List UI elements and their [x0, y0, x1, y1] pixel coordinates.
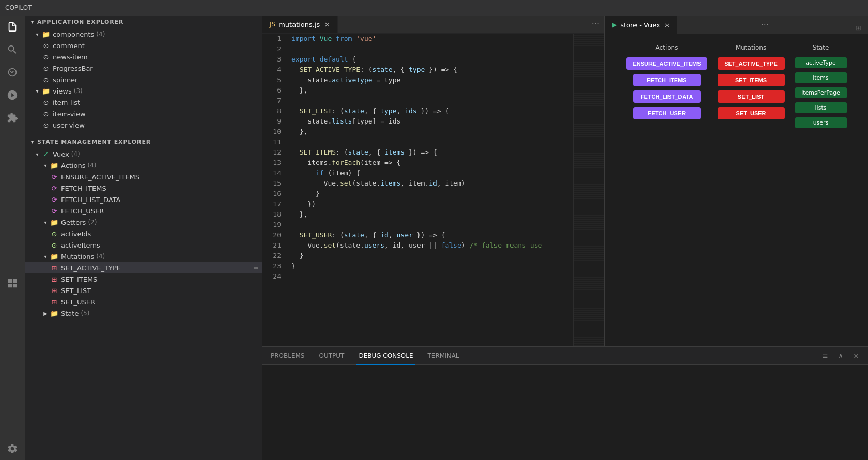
actions-folder[interactable]: ▾ 📁 Actions (4) — [25, 160, 262, 171]
extensions-icon[interactable] — [5, 111, 20, 125]
output-tab[interactable]: OUTPUT — [317, 347, 347, 365]
mutation-set-active-type-label: SET_ACTIVE_TYPE — [61, 264, 121, 272]
bottom-content — [262, 365, 868, 460]
layout-icon[interactable]: ⊞ — [853, 22, 864, 34]
mutation-set-user[interactable]: ⊞ SET_USER — [25, 296, 262, 308]
mutation-set-user-label: SET_USER — [61, 298, 95, 306]
mutations-label: Mutations — [61, 253, 94, 260]
state-users: users — [795, 117, 847, 128]
action-ensure-label: ENSURE_ACTIVE_ITEMS — [61, 173, 140, 181]
getters-label: Getters — [61, 219, 86, 226]
mutation-set-items[interactable]: ⊞ SET_ITEMS — [25, 273, 262, 285]
right-panel-more[interactable]: ··· — [756, 16, 774, 34]
debug-console-label: DEBUG CONSOLE — [359, 352, 413, 359]
state-mgmt-section: ▾ STATE MANAGEMENT EXPLORER ▾ ✓ Vuex (4)… — [25, 135, 262, 460]
file-user-view[interactable]: ⊙ user-view — [25, 119, 262, 131]
diagram-fetch-user-btn[interactable]: FETCH_USER — [633, 107, 701, 119]
editor-right-wrapper: JS mutations.js × ··· 1234 5678 9101112 … — [262, 16, 868, 460]
code-editor[interactable]: import Vue from 'vue' export default { S… — [287, 34, 574, 346]
diagram-set-active-btn[interactable]: SET_ACTIVE_TYPE — [718, 57, 785, 70]
output-label: OUTPUT — [319, 352, 345, 359]
components-folder[interactable]: ▾ 📁 components (4) — [25, 28, 262, 40]
getter-active-ids[interactable]: ⊙ activeIds — [25, 228, 262, 239]
action-fetch-items[interactable]: ⟳ FETCH_ITEMS — [25, 182, 262, 194]
getter-icon: ⊙ — [50, 240, 59, 250]
diagram-ensure-btn[interactable]: ENSURE_ACTIVE_ITEMS — [626, 57, 707, 70]
file-comment[interactable]: ⊙ comment — [25, 40, 262, 51]
vuex-item[interactable]: ▾ ✓ Vuex (4) — [25, 148, 262, 160]
getters-folder[interactable]: ▾ 📁 Getters (2) — [25, 217, 262, 228]
diagram-set-items-btn[interactable]: SET_ITEMS — [718, 74, 785, 86]
tab-close-btn[interactable]: × — [324, 20, 330, 28]
bottom-panel: PROBLEMS OUTPUT DEBUG CONSOLE TERMINAL ≡… — [262, 346, 868, 460]
diagram-set-user-btn[interactable]: SET_USER — [718, 107, 785, 119]
mutations-folder[interactable]: ▾ 📁 Mutations (4) — [25, 251, 262, 262]
main-layout: ▾ APPLICATION EXPLORER ▾ 📁 components (4… — [0, 16, 868, 460]
progressbar-label: ProgressBar — [53, 65, 93, 72]
state-folder[interactable]: ▶ 📁 State (5) — [25, 308, 262, 319]
action-ensure[interactable]: ⟳ ENSURE_ACTIVE_ITEMS — [25, 171, 262, 182]
js-file-icon: JS — [270, 21, 275, 28]
mutation-set-list[interactable]: ⊞ SET_LIST — [25, 285, 262, 296]
components-count: (4) — [96, 30, 105, 38]
actions-label: Actions — [61, 162, 86, 170]
diagram-fetch-items-btn[interactable]: FETCH_ITEMS — [633, 74, 701, 86]
file-progressbar[interactable]: ⊙ ProgressBar — [25, 63, 262, 74]
expand-icon: ▾ — [41, 218, 50, 226]
diagram-set-list-btn[interactable]: SET_LIST — [718, 90, 785, 103]
search-icon[interactable] — [5, 42, 20, 57]
file-news-item[interactable]: ⊙ news-item — [25, 51, 262, 63]
problems-label: PROBLEMS — [271, 352, 305, 359]
getter-active-items-label: activeItems — [61, 241, 100, 249]
settings-icon[interactable] — [5, 441, 20, 456]
views-folder[interactable]: ▾ 📁 views (3) — [25, 85, 262, 97]
action-fetch-list[interactable]: ⟳ FETCH_LIST_DATA — [25, 194, 262, 205]
git-icon[interactable] — [5, 65, 20, 80]
action-fetch-user[interactable]: ⟳ FETCH_USER — [25, 205, 262, 217]
files-icon[interactable] — [5, 20, 20, 34]
actions-count: (4) — [88, 162, 97, 169]
getters-count: (2) — [88, 219, 97, 226]
folder-icon: 📁 — [50, 252, 59, 261]
debug-console-tab[interactable]: DEBUG CONSOLE — [357, 347, 415, 365]
mutation-set-active-type[interactable]: ⊞ SET_ACTIVE_TYPE ⇒ — [25, 262, 262, 273]
expand-icon: ▾ — [33, 30, 41, 38]
arrow-down-icon: ▾ — [31, 19, 34, 25]
file-icon: ⊙ — [41, 109, 51, 118]
right-tab-close-btn[interactable]: × — [664, 21, 670, 29]
app-explorer-header: ▾ APPLICATION EXPLORER — [25, 16, 262, 28]
comment-label: comment — [53, 42, 85, 50]
collapse-icon[interactable]: ∧ — [835, 350, 846, 361]
terminal-tab[interactable]: TERMINAL — [426, 347, 461, 365]
filter-icon[interactable]: ≡ — [819, 350, 831, 361]
mutation-set-items-label: SET_ITEMS — [61, 275, 97, 283]
actions-column-title: Actions — [656, 44, 678, 51]
file-item-view[interactable]: ⊙ item-view — [25, 108, 262, 119]
vuex-diagram: Actions ENSURE_ACTIVE_ITEMS FETCH_ITEMS … — [605, 34, 868, 346]
folder-icon: 📁 — [50, 218, 59, 227]
expand-icon: ▾ — [41, 252, 50, 260]
state-column: State activeType items itemsPerPage list… — [795, 44, 847, 128]
vue-icon: ▶ — [612, 21, 617, 28]
state-label: State — [61, 310, 79, 317]
views-count: (3) — [74, 87, 83, 95]
state-items: items — [795, 72, 847, 83]
file-item-list[interactable]: ⊙ item-list — [25, 97, 262, 108]
mutations-tab[interactable]: JS mutations.js × — [262, 16, 338, 33]
getter-active-items[interactable]: ⊙ activeItems — [25, 239, 262, 251]
tab-filename: mutations.js — [278, 21, 320, 28]
close-panel-icon[interactable]: × — [850, 350, 862, 361]
problems-tab[interactable]: PROBLEMS — [269, 347, 307, 365]
getter-active-ids-label: activeIds — [61, 230, 91, 238]
editor-content: 1234 5678 9101112 13141516 17181920 2122… — [262, 34, 605, 346]
file-icon: ⊙ — [41, 98, 51, 107]
vuex-tab[interactable]: ▶ store - Vuex × — [605, 16, 677, 34]
bottom-tab-actions: ≡ ∧ × — [819, 350, 862, 361]
file-icon: ⊙ — [41, 64, 51, 73]
file-spinner[interactable]: ⊙ spinner — [25, 74, 262, 85]
debug-icon[interactable] — [5, 88, 20, 102]
tab-more-btn[interactable]: ··· — [586, 16, 605, 33]
file-icon: ⊙ — [41, 75, 51, 84]
grid-icon[interactable] — [5, 276, 20, 290]
diagram-fetch-list-btn[interactable]: FETCH_LIST_DATA — [633, 90, 701, 103]
